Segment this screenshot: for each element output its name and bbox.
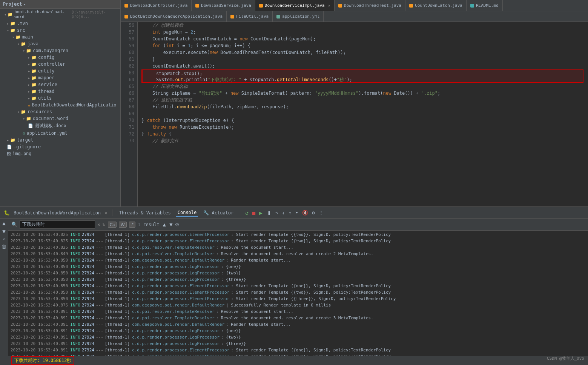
- debug-tab-console[interactable]: Console: [176, 209, 198, 217]
- log-pid: 27924: [82, 315, 94, 321]
- prev-result-button[interactable]: ▲: [162, 222, 167, 228]
- tab-DownloadService[interactable]: DownloadService.java: [192, 0, 255, 11]
- tree-item-utils[interactable]: ▸📁utils: [0, 95, 120, 102]
- clear-search-icon[interactable]: ✕: [97, 222, 100, 227]
- regex-button[interactable]: .*: [129, 222, 135, 228]
- stop-icon[interactable]: ■: [252, 210, 255, 216]
- run-cursor-icon[interactable]: ➤: [295, 210, 298, 216]
- tree-item-root[interactable]: ▾📁boot-batch-download-wordD:\java\myself…: [0, 9, 120, 20]
- next-result-button[interactable]: ▼: [169, 222, 174, 228]
- tree-item-mvn[interactable]: ▸📁.mvn: [0, 20, 120, 27]
- log-pid: 27924: [82, 289, 94, 296]
- log-line-1: 2023-10-20 16:53:40.825INFO27924---[thre…: [8, 238, 588, 244]
- code-line-68: FileUtil.downLoadZip(filePath, zipName, …: [141, 103, 584, 110]
- filter-button[interactable]: ⊘: [175, 222, 179, 227]
- tree-item-java[interactable]: ▾📁java: [0, 40, 120, 47]
- tree-item-thread[interactable]: ▸📁thread: [0, 88, 120, 95]
- tree-item-BootBatchApp[interactable]: ☕BootBatchDownloadWordApplicatio: [0, 102, 120, 108]
- scroll-up-icon[interactable]: ▲: [2, 220, 5, 226]
- log-line-12: 2023-10-20 16:53:40.891INFO27924---[thre…: [8, 308, 588, 315]
- code-line-63: stopWatch.stop();: [141, 69, 583, 76]
- rerun-icon[interactable]: ↺: [245, 210, 248, 216]
- code-line-69: [141, 110, 584, 117]
- bottom-status-bar: 下载共耗时: 19.058612秒: [8, 356, 588, 365]
- tree-item-main[interactable]: ▾📁main: [0, 34, 120, 40]
- log-ts: 2023-10-20 16:53:40.825: [11, 244, 68, 251]
- code-editor[interactable]: 565758596061626364656667686970717273 // …: [121, 22, 588, 206]
- project-header[interactable]: Project ▾: [0, 0, 120, 9]
- case-sensitive-button[interactable]: Cc: [108, 222, 117, 228]
- tab-DownloadThreadTest[interactable]: DownloadThreadTest.java: [335, 0, 405, 11]
- log-pid: 27924: [82, 276, 94, 283]
- console-output[interactable]: 2023-10-20 16:53:40.825INFO27924---[thre…: [8, 231, 588, 356]
- scroll-down-icon[interactable]: ▼: [2, 228, 5, 234]
- tree-item-src[interactable]: ▾📁src: [0, 27, 120, 34]
- second-tab-application[interactable]: application.yml: [273, 11, 324, 22]
- debug-tab-actuator[interactable]: 🔧 Actuator: [202, 209, 235, 216]
- tree-item-config[interactable]: ▸📁config: [0, 54, 120, 61]
- whole-word-button[interactable]: W: [119, 222, 126, 228]
- line-number-65: 65: [121, 83, 137, 90]
- tree-item-com.muyangren[interactable]: ▾📁com.muyangren: [0, 47, 120, 54]
- tree-item-mapper[interactable]: ▸📁mapper: [0, 74, 120, 81]
- search-history-icon[interactable]: ↻: [103, 222, 106, 227]
- debug-icon: 🐛: [4, 210, 10, 216]
- watermark: CSDN @牧羊人_Ovo: [547, 356, 584, 361]
- settings-icon[interactable]: ⚙: [312, 210, 315, 216]
- resume-icon[interactable]: ▶: [259, 210, 262, 216]
- main-content: DownloadController.javaDownloadService.j…: [121, 0, 588, 206]
- code-line-66: String zipName = "导出记录" + new SimpleDate…: [141, 90, 584, 97]
- log-line-11: 2023-10-20 16:53:40.875INFO27924---[thre…: [8, 302, 588, 308]
- tab-CountDownLatch[interactable]: CountDownLatch.java: [405, 0, 467, 11]
- pause-icon[interactable]: ⏸: [266, 210, 272, 216]
- second-tab-BootBatchApp2[interactable]: BootBatchDownloadWordApplication.java: [121, 11, 227, 22]
- code-line-65: // 压缩文件名称: [141, 83, 584, 90]
- more-icon[interactable]: ⋮: [319, 210, 324, 216]
- tree-item-.gitignore[interactable]: 📄.gitignore: [0, 143, 120, 150]
- code-line-59: for (int i = 1; i <= pageNum; i++) {: [141, 42, 584, 49]
- tab-DownloadController[interactable]: DownloadController.java: [121, 0, 192, 11]
- tab-label-DownloadService: DownloadService.java: [201, 3, 251, 8]
- debug-tab-threads[interactable]: Threads & Variables: [117, 209, 172, 216]
- log-level: INFO: [70, 276, 80, 283]
- log-pid: 27924: [82, 302, 94, 308]
- step-into-icon[interactable]: ↓: [282, 210, 285, 216]
- line-number-60: 60: [121, 49, 137, 56]
- log-level: INFO: [70, 283, 80, 289]
- log-line-10: 2023-10-20 16:53:40.850INFO27924---[thre…: [8, 296, 588, 302]
- log-line-5: 2023-10-20 16:53:40.850INFO27924---[thre…: [8, 263, 588, 270]
- tree-item-controller[interactable]: ▸📁controller: [0, 61, 120, 68]
- tree-item-target[interactable]: ▸📁target: [0, 137, 120, 143]
- code-line-64: System.out.println("下载共耗时: " + stopWatch…: [141, 76, 583, 83]
- second-tab-label-BootBatchApp2: BootBatchDownloadWordApplication.java: [130, 14, 223, 19]
- tree-item-img.png[interactable]: 🖼img.png: [0, 150, 120, 157]
- line-number-58: 58: [121, 35, 137, 42]
- mute-icon[interactable]: 🔇: [302, 210, 308, 216]
- tab-README[interactable]: README.md: [467, 0, 503, 11]
- debug-session-close[interactable]: ✕: [104, 210, 107, 216]
- second-tab-label-FileUtil: FileUtil.java: [236, 14, 269, 19]
- console-side-toolbar: ▲ ▼ ↩ 🗑: [0, 219, 8, 365]
- line-numbers: 565758596061626364656667686970717273: [121, 22, 138, 206]
- soft-wrap-icon[interactable]: ↩: [3, 237, 5, 242]
- search-input[interactable]: [20, 220, 95, 229]
- line-number-66: 66: [121, 90, 137, 97]
- tree-item-测试模板.docx[interactable]: 📄测试模板.docx: [0, 122, 120, 130]
- tree-item-resources[interactable]: ▾📁resources: [0, 108, 120, 115]
- second-tab-FileUtil[interactable]: FileUtil.java: [227, 11, 273, 22]
- log-level: INFO: [70, 347, 80, 353]
- tree-item-service[interactable]: ▸📁service: [0, 81, 120, 88]
- log-level: INFO: [70, 334, 80, 340]
- close-tab-DownloadServiceImpl[interactable]: ✕: [328, 3, 330, 8]
- step-over-icon[interactable]: ↷: [275, 210, 278, 216]
- log-level: INFO: [70, 263, 80, 270]
- step-out-icon[interactable]: ↑: [289, 210, 292, 216]
- top-area: Project ▾ ▾📁boot-batch-download-wordD:\j…: [0, 0, 588, 206]
- tree-item-document.word[interactable]: ▾📁document.word: [0, 115, 120, 122]
- log-level: INFO: [70, 231, 80, 238]
- log-level: INFO: [70, 302, 80, 308]
- tree-item-application.yml[interactable]: ⚙application.yml: [0, 130, 120, 137]
- tab-DownloadServiceImpl[interactable]: DownloadServiceImpl.java✕: [255, 0, 335, 11]
- tree-item-entity[interactable]: ▸📁entity: [0, 68, 120, 74]
- clear-all-icon[interactable]: 🗑: [2, 244, 6, 249]
